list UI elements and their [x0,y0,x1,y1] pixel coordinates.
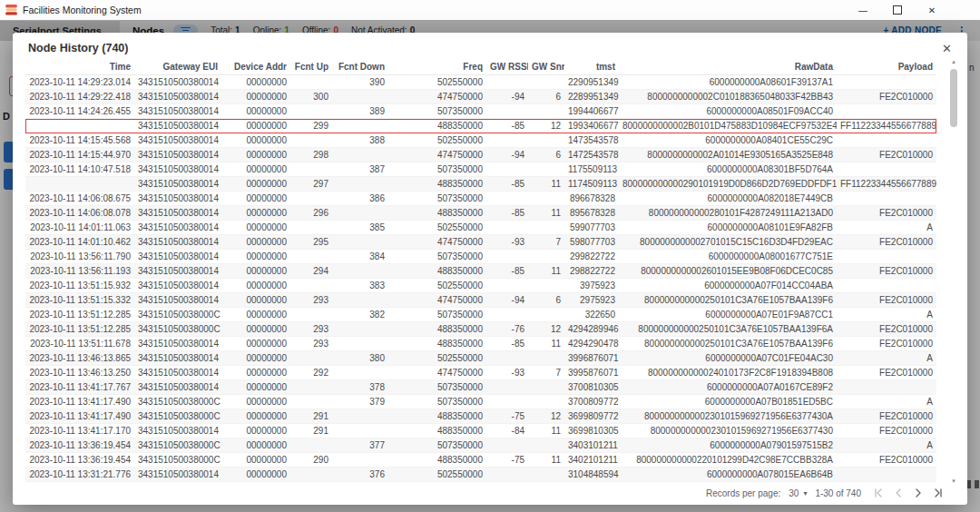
table-row[interactable]: 343151050038001400000000297488350000-851… [25,177,936,192]
window-titlebar: Facilities Monitoring System — ✕ [0,0,980,21]
records-per-page-value: 30 [789,488,799,498]
cell-fcnt-down: 378 [332,380,388,395]
table-row[interactable]: 2023-10-11 14:24:26.45534315105003800140… [25,104,936,119]
table-row[interactable]: 2023-10-11 14:15:45.56834315105003800140… [25,133,936,148]
table-row[interactable]: 2023-10-11 13:31:21.77634315105003800140… [25,468,936,482]
cell-time: 2023-10-11 14:29:22.418 [25,90,134,104]
table-row[interactable]: 2023-10-11 13:56:11.79034315105003800140… [25,250,936,264]
table-row[interactable]: 2023-10-11 13:41:17.17034315105003800140… [25,424,936,438]
cell-rawdata: 6000000000A078015EA6B64B [619,468,837,482]
cell-gateway-eui: 3431510500380014 [134,424,221,438]
records-per-page-select[interactable]: 30 ▾ [789,488,807,498]
table-row[interactable]: 2023-10-11 13:51:15.93234315105003800140… [25,279,936,293]
table-row[interactable]: 2023-10-11 14:10:47.51834315105003800140… [25,162,936,177]
first-page-icon[interactable] [873,487,884,498]
cell-gw-rssi: -85 [486,119,528,133]
cell-fcnt-down [332,409,388,424]
cell-rawdata: 800000000000250101C3A76E1057BAA139F6A [619,322,837,337]
maximize-icon[interactable] [880,0,915,20]
scroll-down-icon[interactable]: ▼ [949,478,958,485]
table-row[interactable]: 2023-10-11 14:06:08.07834315105003800140… [25,206,936,221]
cell-fcnt-up [290,395,332,409]
cell-tmst: 3996876071 [564,351,619,366]
cell-gw-snr: 11 [528,206,564,221]
cell-payload [837,75,936,90]
cell-device-addr: 00000000 [221,279,290,293]
table-row[interactable]: 2023-10-11 13:41:17.490343151050038000C0… [25,409,936,424]
table-row[interactable]: 2023-10-11 13:41:17.76734315105003800140… [25,380,936,395]
column-gw-snr: GW Snr [528,58,564,75]
close-dialog-icon[interactable]: ✕ [942,43,952,54]
cell-gateway-eui: 3431510500380014 [134,351,221,366]
table-row[interactable]: 2023-10-11 13:36:19.454343151050038000C0… [25,438,936,453]
cell-time: 2023-10-11 14:01:11.063 [25,221,134,235]
cell-payload [837,250,936,264]
cell-rawdata: 8000000000002301015969271956E6377430 [619,424,837,438]
table-row[interactable]: 2023-10-11 13:51:11.67834315105003800140… [25,337,936,351]
cell-gw-rssi: -94 [486,90,528,104]
cell-freq: 507350000 [388,438,486,453]
cell-tmst: 896678328 [564,192,619,206]
cell-rawdata: 8000000000002301015969271956E6377430A [619,409,837,424]
cell-gateway-eui: 3431510500380014 [134,264,221,279]
table-row[interactable]: 2023-10-11 13:41:17.490343151050038000C0… [25,395,936,409]
cell-gw-rssi [486,468,528,482]
cell-freq: 488350000 [388,264,486,279]
table-row[interactable]: 2023-10-11 14:15:44.97034315105003800140… [25,148,936,162]
cell-payload: A [837,351,936,366]
table-row[interactable]: 2023-10-11 13:51:15.33234315105003800140… [25,293,936,308]
cell-time: 2023-10-11 13:51:12.285 [25,308,134,322]
next-page-icon[interactable] [913,487,924,498]
cell-gw-snr [528,380,564,395]
cell-time: 2023-10-11 14:24:26.455 [25,104,134,119]
table-row[interactable]: 2023-10-11 14:29:22.41834315105003800140… [25,90,936,104]
cell-freq: 502550000 [388,75,486,90]
scrollbar-thumb[interactable] [950,69,957,127]
cell-time: 2023-10-11 13:51:11.678 [25,337,134,351]
cell-device-addr: 00000000 [221,162,290,177]
cell-device-addr: 00000000 [221,366,290,380]
table-row[interactable]: 2023-10-11 14:01:10.46234315105003800140… [25,235,936,250]
cell-fcnt-down: 379 [332,395,388,409]
previous-page-icon[interactable] [893,487,904,498]
node-history-table: Time Gateway EUI Device Addr Fcnt Up Fcn… [25,58,936,482]
cell-device-addr: 00000000 [221,380,290,395]
last-page-icon[interactable] [933,487,944,498]
table-row[interactable]: 2023-10-11 14:01:11.06334315105003800140… [25,221,936,235]
cell-fcnt-down [332,235,388,250]
cell-payload [837,279,936,293]
table-row-selected[interactable]: 343151050038001400000000299488350000-851… [25,119,936,133]
cell-time: 2023-10-11 14:06:08.675 [25,192,134,206]
close-window-icon[interactable]: ✕ [915,0,949,20]
scroll-up-icon[interactable]: ▲ [949,58,958,65]
cell-payload: FE2C010000 [837,409,936,424]
minimize-icon[interactable]: — [846,0,880,20]
table-row[interactable]: 2023-10-11 13:36:19.454343151050038000C0… [25,453,936,468]
table-row[interactable]: 2023-10-11 13:46:13.86534315105003800140… [25,351,936,366]
table-row[interactable]: 2023-10-11 14:06:08.67534315105003800140… [25,192,936,206]
table-row[interactable]: 2023-10-11 13:46:13.25034315105003800140… [25,366,936,380]
cell-freq: 474750000 [388,366,486,380]
cell-gateway-eui: 3431510500380014 [134,119,221,133]
cell-rawdata: 800000000000250101C3A76E1057BAA139F6 [619,293,837,308]
table-row[interactable]: 2023-10-11 13:51:12.285343151050038000C0… [25,308,936,322]
cell-fcnt-down: 382 [332,308,388,322]
cell-tmst: 4294289946 [564,322,619,337]
cell-fcnt-up [290,250,332,264]
cell-tmst: 298822722 [564,264,619,279]
cell-device-addr: 00000000 [221,133,290,148]
page-range: 1-30 of 740 [815,488,861,498]
cell-gw-snr [528,221,564,235]
cell-rawdata: 800000000000280101F4287249111A213AD0 [619,206,837,221]
table-row[interactable]: 2023-10-11 13:51:12.285343151050038000C0… [25,322,936,337]
cell-rawdata: 8000000000002A01014E9305165A3525E848 [619,148,837,162]
table-scrollbar[interactable]: ▲ ▼ [949,58,958,485]
cell-gw-rssi: -94 [486,293,528,308]
table-row[interactable]: 2023-10-11 14:29:23.01434315105003800140… [25,75,936,90]
cell-gw-snr: 6 [528,293,564,308]
cell-fcnt-up: 294 [290,264,332,279]
records-per-page-label: Records per page: [706,488,780,498]
cell-tmst: 2290951349 [564,75,619,90]
cell-fcnt-up: 293 [290,293,332,308]
table-row[interactable]: 2023-10-11 13:56:11.19334315105003800140… [25,264,936,279]
